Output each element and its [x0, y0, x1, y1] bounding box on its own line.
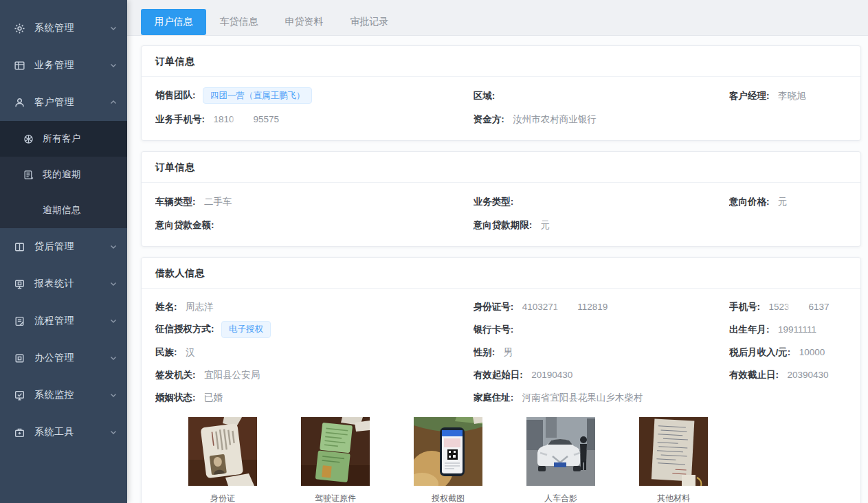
field-issuing-authority: 签发机关: 宜阳县公安局 [155, 368, 474, 381]
redaction-blur [790, 302, 808, 311]
field-bank-card: 银行卡号: [474, 323, 729, 336]
sidebar-item-label: 我的逾期 [43, 168, 118, 181]
sidebar-item-label: 逾期信息 [43, 204, 118, 216]
sidebar-item-label: 系统监控 [34, 389, 109, 401]
main-area: 用户信息 车贷信息 申贷资料 审批记录 订单信息 销售团队: 四团一营（直属王鹏… [127, 0, 868, 503]
photo-gallery: 身份证 [188, 417, 847, 503]
sidebar-item-customer-mgmt[interactable]: 客户管理 [0, 84, 127, 121]
field-intent-loan-term: 意向贷款期限: 元 [474, 219, 729, 232]
toolbox-icon [14, 427, 25, 438]
tab-loan-application-docs[interactable]: 申贷资料 [271, 9, 337, 35]
sidebar-item-system-mgmt[interactable]: 系统管理 [0, 10, 127, 47]
document-icon [23, 170, 34, 180]
document-photo-thumbnail[interactable] [639, 417, 708, 486]
photo-caption: 人车合影 [526, 493, 595, 503]
order-info-card-2: 订单信息 车辆类型: 二手车 业务类型: 意向价格: 元 [141, 151, 861, 247]
sidebar-item-system-tools[interactable]: 系统工具 [0, 414, 127, 451]
book-icon [14, 241, 25, 253]
field-business-phone: 业务手机号: 181095575 [155, 113, 474, 126]
gear-icon [14, 23, 25, 34]
chevron-down-icon [109, 391, 118, 399]
table-icon [14, 60, 25, 71]
photo-caption: 授权截图 [414, 493, 482, 503]
field-intent-loan-amount: 意向贷款金额: [155, 219, 474, 232]
borrower-info-card: 借款人信息 姓名: 周志洋 身份证号: 4103271112819 手机号: 1… [141, 257, 861, 503]
field-marital-status: 婚姻状态: 已婚 [155, 391, 474, 404]
redaction-blur [235, 114, 253, 124]
field-valid-from: 有效起始日: 20190430 [474, 368, 729, 381]
chevron-down-icon [109, 317, 118, 325]
redaction-blur [559, 302, 577, 311]
chevron-down-icon [109, 61, 118, 69]
photo-auth-screenshot[interactable]: 授权截图 [414, 417, 482, 503]
order-info-card-1: 订单信息 销售团队: 四团一营（直属王鹏飞） 区域: 客户经理: 李晓旭 [141, 45, 861, 141]
sidebar-item-postloan-mgmt[interactable]: 贷后管理 [0, 228, 127, 265]
photo-caption: 驾驶证原件 [301, 493, 370, 503]
sidebar-item-office-mgmt[interactable]: 办公管理 [0, 339, 127, 377]
person-car-photo-thumbnail[interactable] [526, 417, 595, 486]
sales-team-tag: 四团一营（直属王鹏飞） [203, 87, 313, 104]
chevron-down-icon [109, 243, 118, 251]
card-title: 借款人信息 [142, 258, 860, 289]
tab-car-loan-info[interactable]: 车贷信息 [206, 9, 271, 35]
field-monthly-income: 税后月收入/元: 10000 [729, 346, 847, 359]
photo-handwritten-document[interactable]: 其他材料 [639, 417, 708, 503]
sidebar-item-label: 业务管理 [34, 59, 109, 71]
sidebar-item-label: 所有客户 [43, 133, 118, 145]
chevron-down-icon [109, 428, 118, 436]
sidebar-item-label: 报表统计 [34, 278, 109, 290]
sidebar-item-label: 系统管理 [34, 22, 109, 34]
user-icon [14, 97, 25, 109]
photo-person-with-car[interactable]: 人车合影 [526, 417, 595, 503]
field-sales-team: 销售团队: 四团一营（直属王鹏飞） [155, 87, 474, 104]
peoples-icon [23, 134, 34, 144]
tab-bar: 用户信息 车贷信息 申贷资料 审批记录 [127, 0, 868, 36]
tab-approval-records[interactable]: 审批记录 [337, 9, 402, 35]
photo-caption: 身份证 [188, 493, 257, 503]
sidebar-item-report-stats[interactable]: 报表统计 [0, 265, 127, 302]
field-business-type: 业务类型: [474, 195, 729, 208]
sidebar-submenu-customer: 所有客户 我的逾期 逾期信息 [0, 121, 127, 228]
field-birth-date: 出生年月: 19911111 [729, 323, 847, 336]
chevron-down-icon [109, 280, 118, 288]
tab-user-info[interactable]: 用户信息 [141, 9, 206, 35]
sidebar-item-label: 流程管理 [34, 315, 109, 327]
sidebar-item-label: 系统工具 [34, 426, 109, 438]
sidebar-item-process-mgmt[interactable]: 流程管理 [0, 302, 127, 339]
sidebar-item-label: 办公管理 [34, 352, 109, 364]
field-name: 姓名: 周志洋 [155, 300, 474, 313]
card-title: 订单信息 [142, 152, 860, 183]
drivers-license-photo-thumbnail[interactable] [301, 417, 370, 486]
sidebar-item-my-overdue[interactable]: 我的逾期 [0, 157, 127, 192]
photo-drivers-license[interactable]: 驾驶证原件 [301, 417, 370, 503]
id-card-photo-thumbnail[interactable] [188, 417, 257, 486]
content-scroll-area[interactable]: 订单信息 销售团队: 四团一营（直属王鹏飞） 区域: 客户经理: 李晓旭 [127, 36, 868, 503]
auth-screenshot-photo-thumbnail[interactable] [414, 417, 482, 486]
field-intent-price: 意向价格: 元 [729, 195, 847, 208]
office-grid-icon [14, 353, 25, 364]
sidebar-item-label: 贷后管理 [34, 241, 109, 253]
chevron-down-icon [109, 354, 118, 362]
field-home-address: 家庭住址: 河南省宜阳县花果山乡木柴村 [474, 391, 729, 404]
field-funder: 资金方: 汝州市农村商业银行 [474, 113, 729, 126]
field-valid-to: 有效截止日: 20390430 [729, 368, 847, 381]
sidebar-item-label: 客户管理 [34, 96, 109, 109]
clipboard-edit-icon [14, 315, 25, 327]
card-title: 订单信息 [142, 46, 860, 77]
photo-caption: 其他材料 [639, 493, 708, 503]
sidebar-item-system-monitor[interactable]: 系统监控 [0, 377, 127, 414]
sidebar-item-overdue-info[interactable]: 逾期信息 [0, 192, 127, 228]
chevron-down-icon [109, 24, 118, 32]
field-gender: 性别: 男 [474, 346, 729, 359]
credit-auth-tag: 电子授权 [221, 321, 271, 337]
sidebar: 系统管理 业务管理 客户管理 所有客户 [0, 0, 127, 503]
sidebar-item-business-mgmt[interactable]: 业务管理 [0, 47, 127, 84]
monitor-icon [14, 278, 25, 290]
field-mobile: 手机号: 15236137 [729, 300, 847, 313]
sidebar-item-all-customers[interactable]: 所有客户 [0, 121, 127, 157]
chevron-up-icon [109, 98, 118, 107]
monitor-check-icon [14, 390, 25, 401]
photo-id-card[interactable]: 身份证 [188, 417, 257, 503]
field-region: 区域: [474, 89, 729, 102]
field-vehicle-type: 车辆类型: 二手车 [155, 195, 474, 208]
